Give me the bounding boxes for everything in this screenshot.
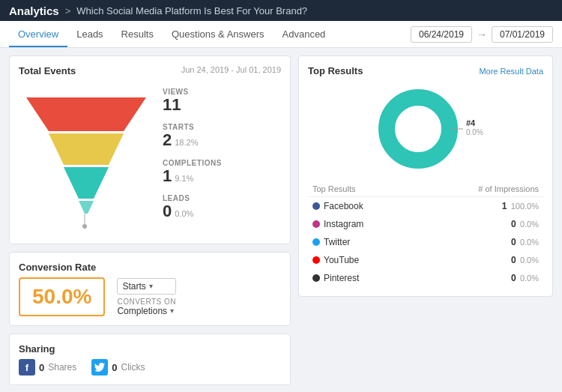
stat-leads: LEADS 0 0.0%	[163, 194, 281, 220]
result-dot	[312, 256, 320, 264]
tab-advanced[interactable]: Advanced	[274, 22, 335, 47]
stat-views-value: 11	[163, 96, 281, 114]
total-events-card: Total Events Jun 24, 2019 - Jul 01, 2019	[9, 55, 291, 244]
facebook-count: 0	[39, 362, 44, 373]
twitter-count: 0	[112, 362, 117, 373]
date-range: →	[411, 26, 553, 43]
breadcrumb-separator: >	[65, 5, 71, 16]
funnel-leads-layer	[79, 201, 94, 214]
funnel-stats: VIEWS 11 STARTS 2 18.2% COMPLETIONS 1	[163, 88, 281, 229]
twitter-share: 0 Clicks	[91, 359, 145, 376]
impressions-value: 0	[511, 273, 516, 283]
date-to-input[interactable]	[492, 26, 553, 43]
result-name-cell: YouTube	[308, 251, 417, 269]
facebook-share: f 0 Shares	[19, 359, 76, 376]
facebook-label: Shares	[48, 362, 76, 373]
impressions-pct: 0.0%	[520, 238, 539, 247]
stat-leads-value: 0	[163, 202, 172, 220]
funnel-dot	[82, 224, 87, 229]
more-result-data-link[interactable]: More Result Data	[479, 67, 543, 76]
stat-completions-value: 1	[163, 167, 172, 185]
conversion-body: 50.0% Starts ▾ CONVERTS ON Completions ▾	[19, 277, 281, 316]
result-name-cell: Facebook	[308, 197, 417, 216]
stat-completions-label: COMPLETIONS	[163, 159, 281, 167]
date-from-input[interactable]	[411, 26, 472, 43]
tab-questions[interactable]: Questions & Answers	[163, 22, 274, 47]
result-name-cell: Pinterest	[308, 269, 417, 287]
stat-views: VIEWS 11	[163, 88, 281, 114]
twitter-icon	[91, 359, 108, 376]
impressions-value: 0	[511, 237, 516, 247]
conversion-rate-title: Conversion Rate	[19, 262, 281, 273]
completions-chevron-icon: ▾	[170, 307, 174, 315]
stat-starts: STARTS 2 18.2%	[163, 123, 281, 149]
twitter-label: Clicks	[121, 362, 145, 373]
result-name: YouTube	[324, 255, 359, 265]
stat-completions-pct: 9.1%	[175, 174, 193, 183]
impressions-pct: 0.0%	[520, 220, 539, 229]
donut-hole	[402, 112, 435, 145]
tab-overview[interactable]: Overview	[9, 22, 67, 47]
completions-select[interactable]: Completions ▾	[117, 306, 176, 316]
conversion-rate-value: 50.0%	[19, 277, 105, 316]
stat-completions: COMPLETIONS 1 9.1%	[163, 159, 281, 185]
starts-select[interactable]: Starts ▾	[117, 278, 176, 295]
starts-label: Starts	[122, 281, 145, 292]
result-impressions-cell: 0 0.0%	[417, 233, 543, 251]
top-results-card: Top Results More Result Data #4 0.0% (0)	[298, 55, 553, 297]
sharing-title: Sharing	[19, 343, 281, 355]
tab-leads[interactable]: Leads	[67, 22, 112, 47]
nav-bar: Overview Leads Results Questions & Answe…	[0, 21, 562, 48]
conversion-rate-card: Conversion Rate 50.0% Starts ▾ CONVERTS …	[9, 252, 291, 326]
completions-label: Completions	[117, 306, 167, 316]
result-dot	[312, 202, 320, 210]
col-header-impressions: # of Impressions	[417, 181, 543, 197]
tab-results[interactable]: Results	[112, 22, 163, 47]
converts-on-section: CONVERTS ON Completions ▾	[117, 298, 176, 316]
funnel-views-layer	[26, 97, 146, 131]
top-results-header: Top Results More Result Data	[308, 65, 543, 76]
stat-starts-label: STARTS	[163, 123, 281, 131]
stat-leads-pct: 0.0%	[175, 209, 193, 218]
result-name: Instagram	[324, 219, 363, 229]
funnel-starts-layer	[49, 133, 124, 165]
stat-leads-label: LEADS	[163, 194, 281, 202]
table-row: Facebook 1 100.0%	[308, 197, 543, 216]
result-name-cell: Instagram	[308, 215, 417, 233]
impressions-value: 1	[502, 201, 507, 211]
stat-starts-value: 2	[163, 131, 172, 149]
date-arrow-icon: →	[477, 28, 487, 40]
left-panel: Total Events Jun 24, 2019 - Jul 01, 2019	[9, 55, 291, 385]
result-dot	[312, 238, 320, 246]
results-table: Top Results # of Impressions Facebook 1 …	[308, 181, 543, 287]
funnel-container: VIEWS 11 STARTS 2 18.2% COMPLETIONS 1	[19, 82, 281, 235]
result-name-cell: Twitter	[308, 233, 417, 251]
total-events-header: Total Events Jun 24, 2019 - Jul 01, 2019	[19, 65, 281, 76]
funnel-chart	[19, 82, 154, 235]
result-dot	[312, 220, 320, 228]
impressions-value: 0	[511, 255, 516, 265]
result-impressions-cell: 0 0.0%	[417, 251, 543, 269]
table-row: Instagram 0 0.0%	[308, 215, 543, 233]
result-name: Facebook	[324, 201, 363, 211]
stat-starts-pct: 18.2%	[175, 138, 198, 147]
table-row: Pinterest 0 0.0%	[308, 269, 543, 287]
result-name: Twitter	[324, 237, 350, 247]
funnel-svg	[19, 82, 154, 232]
total-events-date: Jun 24, 2019 - Jul 01, 2019	[181, 65, 281, 74]
table-row: Twitter 0 0.0%	[308, 233, 543, 251]
col-header-name: Top Results	[308, 181, 417, 197]
result-impressions-cell: 1 100.0%	[417, 197, 543, 216]
donut-main-label: #4	[466, 118, 476, 127]
result-impressions-cell: 0 0.0%	[417, 215, 543, 233]
top-results-title: Top Results	[308, 65, 363, 76]
analytics-label: Analytics	[9, 4, 59, 17]
donut-svg: #4 0.0% (0)	[366, 84, 486, 174]
total-events-title: Total Events	[19, 65, 76, 76]
page-title: Which Social Media Platform Is Best For …	[76, 5, 307, 16]
sharing-card: Sharing f 0 Shares 0 Clicks	[9, 334, 291, 385]
result-impressions-cell: 0 0.0%	[417, 269, 543, 287]
starts-chevron-icon: ▾	[149, 282, 153, 290]
impressions-pct: 100.0%	[511, 202, 539, 211]
donut-chart-wrap: #4 0.0% (0)	[308, 84, 543, 174]
